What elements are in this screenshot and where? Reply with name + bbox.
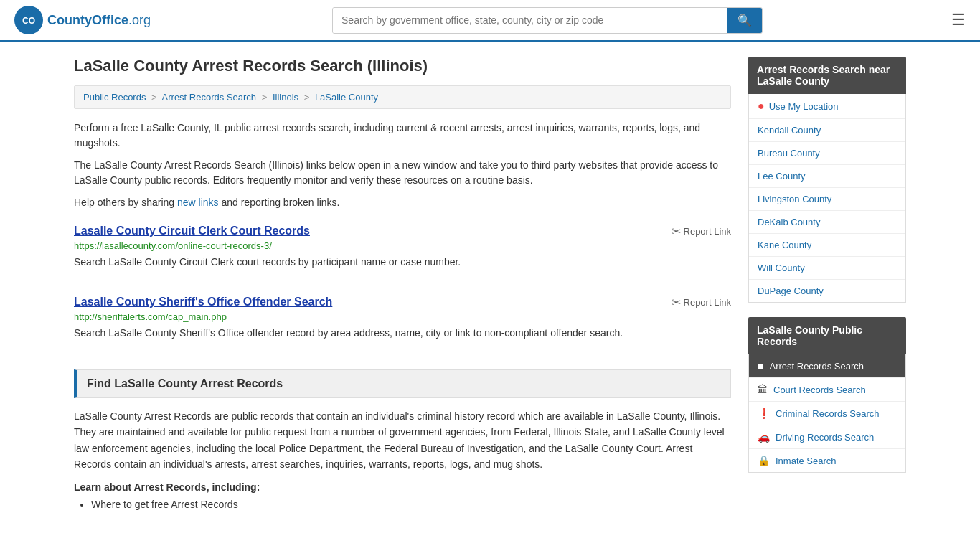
- search-button[interactable]: 🔍: [727, 8, 762, 33]
- record-icon-2: ❗: [758, 408, 770, 419]
- record-title-1[interactable]: Lasalle County Sheriff's Office Offender…: [74, 296, 332, 309]
- find-body-text: LaSalle County Arrest Records are public…: [74, 408, 731, 473]
- nearby-county-link-4[interactable]: DeKalb County: [758, 217, 820, 227]
- public-record-link-2[interactable]: Criminal Records Search: [776, 408, 880, 419]
- record-item-1: Lasalle County Sheriff's Office Offender…: [74, 296, 731, 352]
- public-record-item-1[interactable]: 🏛 Court Records Search: [749, 378, 905, 402]
- record-header-0: Lasalle County Circuit Clerk Court Recor…: [74, 225, 731, 238]
- sidebar: Arrest Records Search near LaSalle Count…: [748, 57, 906, 513]
- use-my-location[interactable]: ● Use My Location: [749, 94, 905, 119]
- nearby-county-1[interactable]: Bureau County: [749, 142, 905, 165]
- record-icon-3: 🚗: [758, 431, 770, 443]
- find-section-header: Find LaSalle County Arrest Records: [74, 369, 731, 398]
- record-desc-0: Search LaSalle County Circuit Clerk cour…: [74, 255, 731, 270]
- location-icon: ●: [758, 100, 765, 113]
- new-links-link[interactable]: new links: [177, 197, 219, 208]
- logo[interactable]: CO CountyOffice.org: [14, 6, 151, 34]
- report-link-1[interactable]: ✂ Report Link: [672, 296, 731, 309]
- nearby-county-link-0[interactable]: Kendall County: [758, 125, 821, 136]
- record-title-0[interactable]: Lasalle County Circuit Clerk Court Recor…: [74, 225, 310, 237]
- public-record-item-3[interactable]: 🚗 Driving Records Search: [749, 425, 905, 449]
- breadcrumb: Public Records > Arrest Records Search >…: [74, 85, 731, 109]
- nearby-county-2[interactable]: Lee County: [749, 165, 905, 188]
- nearby-county-link-3[interactable]: Livingston County: [758, 194, 831, 204]
- public-record-link-1[interactable]: Court Records Search: [773, 385, 866, 395]
- record-header-1: Lasalle County Sheriff's Office Offender…: [74, 296, 731, 309]
- logo-icon: CO: [14, 6, 43, 34]
- logo-text: CountyOffice.org: [47, 13, 151, 28]
- record-desc-1: Search LaSalle County Sheriff's Office o…: [74, 326, 731, 341]
- use-my-location-link[interactable]: Use My Location: [769, 101, 839, 112]
- public-record-link-4[interactable]: Inmate Search: [776, 456, 837, 466]
- breadcrumb-arrest-records[interactable]: Arrest Records Search: [162, 92, 257, 103]
- nearby-county-6[interactable]: Will County: [749, 257, 905, 280]
- nearby-county-7[interactable]: DuPage County: [749, 280, 905, 302]
- report-link-0[interactable]: ✂ Report Link: [672, 225, 731, 238]
- learn-label: Learn about Arrest Records, including:: [74, 481, 731, 493]
- nearby-county-link-6[interactable]: Will County: [758, 263, 805, 273]
- content-area: LaSalle County Arrest Records Search (Il…: [74, 57, 731, 513]
- nearby-county-link-7[interactable]: DuPage County: [758, 286, 824, 296]
- nearby-list: ● Use My Location Kendall CountyBureau C…: [748, 94, 906, 303]
- header: CO CountyOffice.org 🔍 ☰: [0, 0, 980, 42]
- record-icon-4: 🔒: [758, 455, 770, 466]
- breadcrumb-lasalle[interactable]: LaSalle County: [315, 92, 378, 103]
- public-records-section: LaSalle County Public Records ■ Arrest R…: [748, 317, 906, 473]
- nearby-county-link-2[interactable]: Lee County: [758, 171, 806, 182]
- svg-text:CO: CO: [22, 16, 35, 26]
- public-records-list: ■ Arrest Records Search 🏛 Court Records …: [748, 354, 906, 473]
- public-record-link-0[interactable]: Arrest Records Search: [769, 361, 864, 372]
- nearby-county-0[interactable]: Kendall County: [749, 119, 905, 142]
- record-url-1[interactable]: http://sheriffalerts.com/cap_main.php: [74, 311, 731, 322]
- description-3: Help others by sharing new links and rep…: [74, 195, 731, 210]
- public-record-item-2[interactable]: ❗ Criminal Records Search: [749, 402, 905, 425]
- description-2: The LaSalle County Arrest Records Search…: [74, 158, 731, 188]
- bullet-list: Where to get free Arrest Records: [91, 499, 731, 510]
- nearby-county-link-1[interactable]: Bureau County: [758, 148, 820, 159]
- nearby-county-4[interactable]: DeKalb County: [749, 211, 905, 234]
- record-url-0[interactable]: https://lasallecounty.com/online-court-r…: [74, 240, 731, 251]
- record-icon-0: ■: [758, 360, 763, 372]
- nearby-section: Arrest Records Search near LaSalle Count…: [748, 57, 906, 303]
- record-icon-1: 🏛: [758, 384, 768, 395]
- main-container: LaSalle County Arrest Records Search (Il…: [60, 57, 920, 513]
- public-record-link-3[interactable]: Driving Records Search: [776, 432, 874, 443]
- nearby-title: Arrest Records Search near LaSalle Count…: [748, 57, 906, 94]
- page-title: LaSalle County Arrest Records Search (Il…: [74, 57, 731, 75]
- public-record-item-4[interactable]: 🔒 Inmate Search: [749, 449, 905, 472]
- description-1: Perform a free LaSalle County, IL public…: [74, 121, 731, 151]
- public-records-title: LaSalle County Public Records: [748, 317, 906, 354]
- public-record-item-0[interactable]: ■ Arrest Records Search: [749, 354, 905, 378]
- search-bar: 🔍: [332, 7, 763, 34]
- nearby-county-5[interactable]: Kane County: [749, 234, 905, 257]
- bullet-item-1: Where to get free Arrest Records: [91, 499, 731, 510]
- scissor-icon-0: ✂: [672, 225, 681, 238]
- record-list: Lasalle County Circuit Clerk Court Recor…: [74, 225, 731, 352]
- scissor-icon-1: ✂: [672, 296, 681, 309]
- nearby-county-link-5[interactable]: Kane County: [758, 240, 811, 250]
- breadcrumb-public-records[interactable]: Public Records: [83, 92, 146, 103]
- search-input[interactable]: [333, 8, 727, 33]
- menu-button[interactable]: ☰: [951, 11, 966, 29]
- breadcrumb-illinois[interactable]: Illinois: [273, 92, 298, 103]
- nearby-county-3[interactable]: Livingston County: [749, 188, 905, 211]
- record-item-0: Lasalle County Circuit Clerk Court Recor…: [74, 225, 731, 281]
